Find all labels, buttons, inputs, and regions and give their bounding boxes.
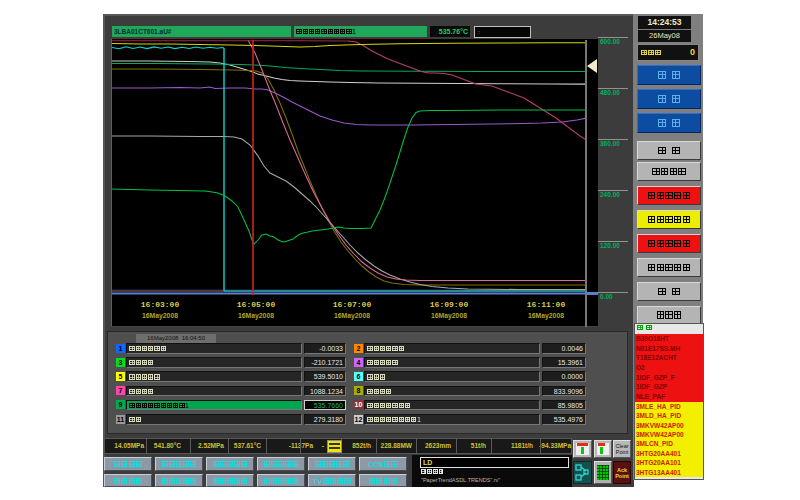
svg-text:16May2008: 16May2008 <box>238 312 274 320</box>
svg-text:16May2008: 16May2008 <box>142 312 178 320</box>
svg-text:16May2008: 16May2008 <box>528 312 564 320</box>
svg-text:16:09:00: 16:09:00 <box>430 300 469 309</box>
svg-text:16:05:00: 16:05:00 <box>237 300 276 309</box>
svg-text:16:11:00: 16:11:00 <box>527 300 566 309</box>
svg-text:16May2008: 16May2008 <box>431 312 467 320</box>
svg-text:16:03:00: 16:03:00 <box>141 300 180 309</box>
svg-text:16May2008: 16May2008 <box>334 312 370 320</box>
svg-text:16:07:00: 16:07:00 <box>333 300 372 309</box>
